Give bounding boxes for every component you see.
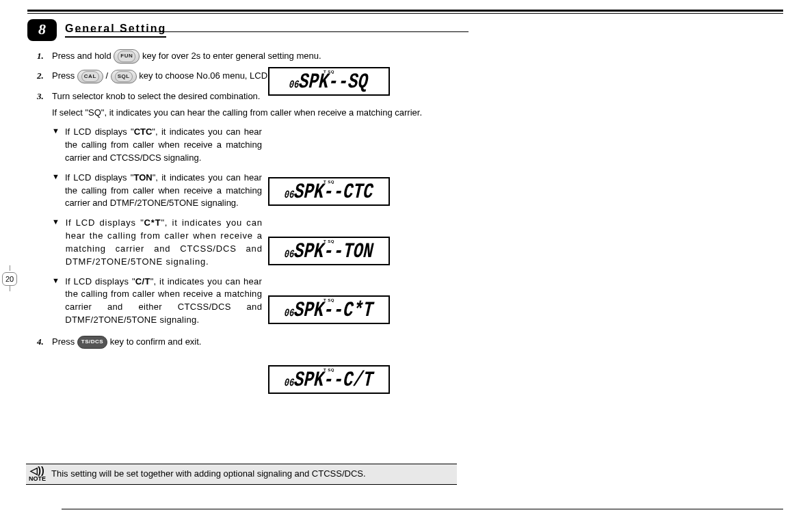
- text: Turn selector knob to select the desired…: [52, 88, 461, 104]
- list-item: ▼ If LCD displays "C*T", it indicates yo…: [52, 217, 461, 268]
- lcd-value: SPK--SQ: [299, 69, 369, 93]
- list-item: ▼ If LCD displays "TON", it indicates yo…: [52, 172, 461, 211]
- note-icon: ◁)) NOTE: [29, 466, 46, 483]
- lcd-value: SPK--C/T: [293, 367, 374, 391]
- text: Press and hold: [52, 51, 114, 61]
- top-rule: [27, 10, 783, 14]
- bottom-rule: [62, 509, 783, 509]
- text: key to confirm and exit.: [110, 336, 202, 347]
- text: If LCD displays ": [65, 172, 134, 183]
- bullet-icon: ▼: [52, 126, 60, 165]
- section-title: General Setting: [65, 23, 166, 38]
- key-label: SQL: [115, 71, 133, 82]
- lcd-text: 06SPK--C*T: [284, 297, 374, 321]
- lcd-display: T SQ 06SPK--SQ: [268, 67, 390, 96]
- bold-text: C/T: [135, 276, 150, 287]
- step-text: Press TS/DCS key to confirm and exit.: [52, 334, 461, 349]
- title-underline: [75, 31, 469, 32]
- key-label: CAL: [81, 71, 99, 82]
- text: key for over 2s to enter general setting…: [142, 51, 321, 61]
- step-number: 3.: [37, 88, 51, 122]
- page-tick: [10, 265, 10, 271]
- bold-text: C*T: [144, 217, 161, 228]
- lcd-value: SPK--TON: [293, 239, 374, 263]
- list-item: ▼ If LCD displays "CTC", it indicates yo…: [52, 126, 461, 165]
- note-box: ◁)) NOTE This setting will be set togeth…: [26, 464, 457, 485]
- text: If LCD displays ": [66, 217, 144, 228]
- page-number: 20: [2, 272, 17, 286]
- step-text: Press and hold FUN key for over 2s to en…: [52, 48, 461, 64]
- lcd-text: 06SPK--C/T: [284, 367, 374, 391]
- bold-text: CTC: [134, 127, 153, 137]
- tsdcs-key-icon: TS/DCS: [77, 336, 107, 348]
- text: If select "SQ", it indicates you can hea…: [52, 104, 461, 122]
- lcd-value: SPK--CTC: [293, 179, 374, 203]
- section-header: 8 General Setting: [27, 19, 166, 41]
- lcd-text: 06SPK--TON: [284, 239, 374, 263]
- step-1: 1. Press and hold FUN key for over 2s to…: [37, 48, 461, 64]
- lcd-text: 06SPK--CTC: [284, 179, 374, 203]
- bold-text: TON: [133, 172, 152, 183]
- step-number: 4.: [37, 334, 51, 349]
- text: /: [103, 70, 111, 81]
- lcd-value: SPK--C*T: [293, 297, 374, 321]
- bullet-icon: ▼: [52, 172, 60, 211]
- note-label: NOTE: [29, 476, 46, 483]
- bullet-text: If LCD displays "C*T", it indicates you …: [66, 217, 263, 268]
- section-number: 8: [27, 19, 57, 41]
- bullet-list: ▼ If LCD displays "CTC", it indicates yo…: [52, 126, 461, 327]
- lcd-text: 06SPK--SQ: [289, 69, 369, 93]
- fun-key-icon: FUN: [114, 49, 140, 63]
- lcd-display: T SQ 06SPK--CTC: [268, 177, 390, 206]
- step-text: Press CAL / SQL key to choose No.06 menu…: [52, 68, 461, 83]
- bullet-text: If LCD displays "CTC", it indicates you …: [65, 126, 262, 165]
- step-4: 4. Press TS/DCS key to confirm and exit.: [37, 334, 461, 349]
- lcd-display: T SQ 06SPK--C*T: [268, 295, 390, 324]
- page-tick: [10, 286, 10, 291]
- step-text: Turn selector knob to select the desired…: [52, 88, 461, 122]
- list-item: ▼ If LCD displays "C/T", it indicates yo…: [52, 276, 461, 327]
- bullet-icon: ▼: [52, 276, 60, 327]
- step-2: 2. Press CAL / SQL key to choose No.06 m…: [37, 68, 461, 83]
- note-text: This setting will be set together with a…: [51, 468, 366, 480]
- bullet-text: If LCD displays "C/T", it indicates you …: [65, 276, 262, 327]
- cal-key-icon: CAL: [77, 70, 103, 83]
- content-body: 1. Press and hold FUN key for over 2s to…: [37, 48, 461, 354]
- text: Press: [52, 336, 77, 347]
- lcd-display: T SQ 06SPK--C/T: [268, 365, 390, 394]
- step-number: 2.: [37, 68, 51, 83]
- text: If LCD displays ": [65, 127, 134, 137]
- bullet-text: If LCD displays "TON", it indicates you …: [65, 172, 262, 211]
- step-number: 1.: [37, 48, 51, 64]
- lcd-display: T SQ 06SPK--TON: [268, 237, 390, 265]
- key-label: FUN: [118, 51, 135, 62]
- step-3: 3. Turn selector knob to select the desi…: [37, 88, 461, 122]
- bullet-icon: ▼: [52, 217, 60, 268]
- text: Press: [52, 70, 77, 81]
- sql-key-icon: SQL: [111, 70, 137, 83]
- text: If LCD displays ": [65, 276, 135, 287]
